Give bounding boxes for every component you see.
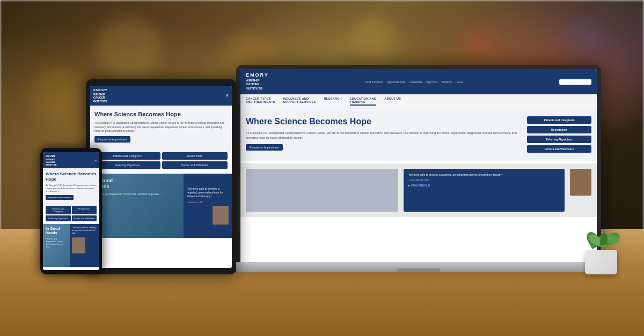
phone-image-text: In GoodHands — [46, 227, 67, 236]
phone-logo: EMORY WINSHIP CANCER INSTITUTE — [46, 154, 57, 166]
tablet-bottom-section: In GoodHands "When I got diagnosed, I kn… — [90, 174, 232, 238]
tablet-logo: EMORY WINSHIP CANCER INSTITUTE — [93, 88, 108, 103]
emory-cta-buttons-laptop: Patients and Caregivers Researchers Refe… — [527, 116, 591, 153]
tablet-image-section: In GoodHands "When I got diagnosed, I kn… — [90, 174, 184, 238]
phone-image-caption: "When I got diagnosed, I knew that I wan… — [46, 237, 67, 248]
tablet-appointment-btn[interactable]: Request an Appointment — [94, 136, 130, 143]
emory-logo-laptop: EMORY WINSHIP CANCER INSTITUTE — [246, 72, 269, 91]
emory-hero-title-laptop: Where Science Becomes Hope — [246, 116, 519, 126]
tablet-quote-text: "We were able to develop a targeted, per… — [187, 187, 229, 198]
emory-search-box-laptop[interactable] — [559, 79, 591, 85]
plant-succulent — [585, 218, 623, 250]
phone-btn-patients[interactable]: Patients and Caregivers — [46, 206, 71, 214]
tablet: EMORY WINSHIP CANCER INSTITUTE ≡ Where S… — [86, 79, 236, 274]
phone: EMORY WINSHIP CANCER INSTITUTE ≡ Where S… — [40, 148, 102, 274]
tablet-hero-body: As Georgia's NCI-designated Comprehensiv… — [94, 121, 228, 133]
phone-screen: EMORY WINSHIP CANCER INSTITUTE ≡ Where S… — [43, 152, 99, 270]
tablet-nav: EMORY WINSHIP CANCER INSTITUTE ≡ — [90, 86, 232, 106]
tablet-btn-physicians[interactable]: Referring Physicians — [94, 161, 160, 169]
phone-bottom-section: In GoodHands "When I got diagnosed, I kn… — [43, 224, 99, 267]
tablet-quote-attribution: - Jana Wood, MD — [187, 201, 229, 204]
emory-appointment-btn-laptop[interactable]: Request an Appointment — [246, 144, 283, 151]
plant-pot — [585, 250, 617, 274]
laptop-screen-outer: EMORY WINSHIP CANCER INSTITUTE Find a Do… — [236, 65, 601, 262]
phone-btn-physicians[interactable]: Referring Physicians — [46, 215, 71, 221]
emory-hero-laptop: Where Science Becomes Hope As Georgia's … — [240, 108, 597, 161]
emory-cta-patients-laptop[interactable]: Patients and Caregivers — [527, 116, 591, 124]
phone-hero: Where Science Becomes Hope As Georgia's … — [43, 168, 99, 206]
phone-quote-section: "We were able to develop a targeted, per… — [70, 224, 99, 267]
emory-subnav-laptop: CANCER TYPESAND TREATMENTS WELLNESS ANDS… — [240, 94, 597, 108]
emory-hero-text-laptop: Where Science Becomes Hope As Georgia's … — [246, 116, 519, 153]
laptop-screen: EMORY WINSHIP CANCER INSTITUTE Find a Do… — [240, 69, 597, 262]
tablet-hero-title: Where Science Becomes Hope — [94, 111, 228, 118]
emory-cta-physicians-laptop[interactable]: Referring Physicians — [527, 136, 591, 143]
emory-profile-section-laptop: "We were able to develop a targeted, per… — [240, 163, 597, 217]
tablet-btn-patients[interactable]: Patients and Caregivers — [94, 152, 160, 160]
phone-btn-donors[interactable]: Donors and Volunteers — [72, 215, 97, 221]
phone-hero-title: Where Science Becomes Hope — [46, 171, 97, 182]
phone-btn-researchers[interactable]: Researchers — [72, 206, 97, 214]
tablet-image-text: In GoodHands — [94, 178, 179, 190]
phone-outer: EMORY WINSHIP CANCER INSTITUTE ≡ Where S… — [40, 148, 102, 274]
phone-hero-body: As Georgia's NCI-designated Comprehensiv… — [46, 184, 97, 193]
phone-image-section: In GoodHands "When I got diagnosed, I kn… — [43, 224, 70, 267]
tablet-cta-grid: Patients and Caregivers Researchers Refe… — [90, 152, 232, 172]
emory-nav-laptop: EMORY WINSHIP CANCER INSTITUTE Find a Do… — [240, 69, 597, 94]
emory-profile-img-laptop — [570, 169, 591, 196]
emory-profile-card-laptop: "We were able to develop a targeted, per… — [404, 169, 565, 212]
plant-container — [585, 218, 623, 274]
phone-quote-text: "We were able to develop a targeted, per… — [72, 226, 97, 235]
leaf-5 — [607, 235, 620, 244]
emory-hero-body-laptop: As Georgia's NCI-designated Comprehensiv… — [246, 131, 519, 140]
laptop: EMORY WINSHIP CANCER INSTITUTE Find a Do… — [236, 65, 601, 272]
tablet-outer: EMORY WINSHIP CANCER INSTITUTE ≡ Where S… — [86, 79, 236, 274]
emory-profile-attribution-laptop: - Jana Wood, MD — [408, 178, 560, 182]
tablet-profile-img — [213, 206, 229, 225]
tablet-btn-donors[interactable]: Donors and Volunteers — [162, 161, 228, 169]
laptop-base — [236, 262, 601, 272]
tablet-image-caption: "When I got diagnosed, I knew that I wan… — [94, 192, 179, 196]
emory-website-laptop: EMORY WINSHIP CANCER INSTITUTE Find a Do… — [240, 69, 597, 262]
emory-view-profile-btn-laptop[interactable]: ▶ VIEW PROFILE — [408, 184, 560, 187]
phone-cta-grid: Patients and Caregivers Researchers Refe… — [43, 206, 99, 224]
tablet-btn-researchers[interactable]: Researchers — [162, 152, 228, 160]
emory-profile-bg-img — [246, 169, 398, 212]
tablet-hero: Where Science Becomes Hope As Georgia's … — [90, 106, 232, 152]
tablet-screen: EMORY WINSHIP CANCER INSTITUTE ≡ Where S… — [90, 86, 232, 268]
phone-profile-img — [72, 237, 85, 253]
phone-menu-icon[interactable]: ≡ — [94, 159, 97, 162]
emory-nav-links-laptop: Find a Doctor Appointments Locations MyC… — [365, 80, 463, 84]
phone-appointment-btn[interactable]: Request an Appointment — [46, 195, 74, 200]
emory-cta-donors-laptop[interactable]: Donors and Volunteers — [527, 145, 591, 153]
leaf-center — [600, 233, 608, 245]
phone-nav: EMORY WINSHIP CANCER INSTITUTE ≡ — [43, 152, 99, 168]
tablet-quote-section: "We were able to develop a targeted, per… — [184, 174, 232, 238]
emory-profile-quote-laptop: "We were able to develop a targeted, per… — [408, 173, 560, 177]
tablet-menu-icon[interactable]: ≡ — [226, 93, 229, 98]
emory-cta-researchers-laptop[interactable]: Researchers — [527, 126, 591, 133]
